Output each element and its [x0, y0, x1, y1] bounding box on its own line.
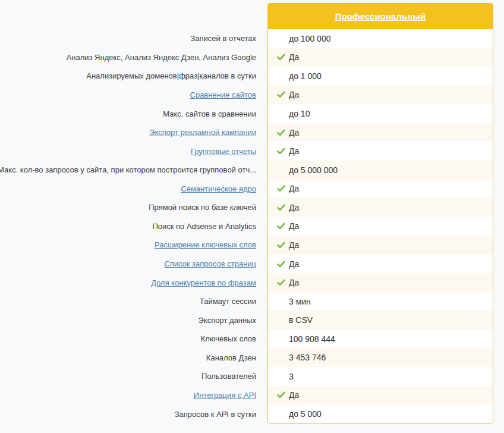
feature-link[interactable]: Список запросов страниц [164, 259, 256, 268]
checkmark-icon [277, 185, 289, 192]
feature-label-row: Пользователей [0, 367, 256, 386]
checkmark-icon [277, 279, 289, 286]
feature-link[interactable]: Доля конкурентов по фразам [151, 278, 256, 287]
plan-value-row: до 10 [268, 104, 493, 123]
plan-value: Да [289, 146, 299, 156]
plan-value-row: в CSV [268, 310, 493, 330]
plan-value-row: Да [268, 255, 493, 274]
checkmark-icon [277, 391, 289, 399]
feature-label: Таймаут сессии [200, 297, 256, 306]
plan-value-row: Да [268, 48, 493, 67]
plan-value: 3 мин [289, 297, 311, 306]
plan-value: Да [289, 259, 299, 269]
feature-label-row: Семантическое ядро [0, 180, 256, 199]
plan-value: Да [289, 221, 299, 231]
plan-value: 3 [289, 372, 294, 381]
feature-label: Экспорт данных [199, 316, 256, 325]
plan-value-row: Да [268, 217, 493, 236]
feature-label-row: Расширение ключевых слов [0, 236, 256, 255]
feature-label-row: Экспорт рекламной кампании [0, 123, 256, 142]
feature-labels-column: Записей в отчетахАнализ Яндекс, Анализ Я… [0, 29, 256, 423]
plan-value-row: Да [268, 273, 493, 292]
checkmark-icon [277, 204, 289, 211]
plan-value: Да [289, 128, 299, 137]
plan-value-row: Да [268, 86, 493, 105]
plan-title-link[interactable]: Профессиональный [335, 11, 426, 21]
feature-label: Анализируемых доменов|фраз|каналов в сут… [86, 71, 256, 80]
feature-link[interactable]: Групповые отчеты [191, 147, 256, 156]
plan-value-row: Да [268, 123, 493, 142]
feature-link[interactable]: Экспорт рекламной кампании [149, 128, 256, 137]
feature-label-row: Анализируемых доменов|фраз|каналов в сут… [0, 67, 256, 86]
feature-label-row: Групповые отчеты [0, 142, 256, 161]
feature-label: Записей в отчетах [190, 34, 256, 43]
plan-value: до 1 000 [289, 71, 322, 81]
plan-value: до 5 000 000 [289, 165, 338, 175]
checkmark-icon [277, 54, 289, 61]
plan-value-row: 3 [268, 367, 493, 386]
plan-value-row: до 5 000 000 [268, 161, 493, 180]
plan-value: Да [289, 203, 299, 212]
checkmark-icon [277, 222, 289, 230]
plan-value: Да [289, 278, 299, 287]
plan-value-row: 3 мин [268, 292, 493, 311]
plan-value-row: до 1 000 [268, 67, 493, 86]
plan-value-row: Да [268, 142, 493, 161]
plan-value: Да [289, 240, 299, 250]
plan-value-row: Да [268, 236, 493, 255]
plan-values-column: до 100 000Дадо 1 000Дадо 10ДаДадо 5 000 … [268, 29, 493, 423]
feature-label-row: Запросов к API в сутки [0, 404, 256, 423]
feature-label: Ключевых слов [201, 334, 256, 343]
feature-label: Каналов Дзен [206, 353, 256, 362]
plan-value: до 100 000 [289, 34, 330, 43]
feature-link[interactable]: Расширение ключевых слов [155, 240, 256, 249]
feature-label-row: Список запросов страниц [0, 255, 256, 274]
feature-label-row: Поиск по Adsense и Analytics [0, 217, 256, 236]
plan-value: Да [289, 90, 299, 99]
feature-label: Поиск по Adsense и Analytics [152, 222, 256, 231]
feature-label: Макс. сайтов в сравнении [163, 109, 256, 118]
feature-label-row: Каналов Дзен [0, 349, 256, 368]
plan-value-row: до 100 000 [268, 29, 493, 48]
feature-label-row: Экспорт данных [0, 310, 256, 330]
plan-value-row: 3 453 746 [268, 349, 493, 368]
plan-value-row: Да [268, 198, 493, 217]
plan-value: до 5 000 [289, 409, 322, 419]
feature-label-row: Анализ Яндекс, Анализ Яндекс Дзен, Анали… [0, 48, 256, 67]
feature-label: Макс. кол-во запросов у сайта, при котор… [0, 165, 256, 174]
plan-value: Да [289, 184, 299, 193]
plan-value-row: до 5 000 [268, 404, 493, 423]
feature-label-row: Доля конкурентов по фразам [0, 273, 256, 292]
plan-value: в CSV [289, 315, 313, 325]
feature-label: Запросов к API в сутки [175, 410, 256, 419]
feature-link[interactable]: Сравнение сайтов [190, 90, 256, 99]
plan-card: Профессиональный до 100 000Дадо 1 000Дад… [267, 3, 493, 423]
plan-value: 100 908 444 [289, 334, 335, 344]
feature-label: Пользователей [201, 372, 256, 381]
plan-value-row: Да [268, 386, 493, 405]
checkmark-icon [277, 261, 289, 268]
feature-label: Анализ Яндекс, Анализ Яндекс Дзен, Анали… [67, 53, 256, 62]
plan-header: Профессиональный [268, 4, 493, 29]
plan-value: Да [289, 52, 299, 62]
feature-label-row: Сравнение сайтов [0, 86, 256, 105]
feature-label-row: Таймаут сессии [0, 292, 256, 311]
plan-value-row: Да [268, 180, 493, 199]
feature-label-row: Макс. кол-во запросов у сайта, при котор… [0, 161, 256, 180]
plan-value: 3 453 746 [289, 353, 326, 362]
checkmark-icon [277, 241, 289, 249]
feature-label-row: Прямой поиск по базе ключей [0, 198, 256, 217]
feature-label: Прямой поиск по базе ключей [149, 203, 256, 212]
feature-label-row: Записей в отчетах [0, 29, 256, 48]
feature-link[interactable]: Интеграция с API [194, 391, 256, 400]
checkmark-icon [277, 129, 289, 136]
plan-value: Да [289, 390, 299, 400]
feature-label-row: Макс. сайтов в сравнении [0, 104, 256, 123]
checkmark-icon [277, 148, 289, 155]
plan-value: до 10 [289, 109, 310, 118]
plan-value-row: 100 908 444 [268, 330, 493, 349]
feature-link[interactable]: Семантическое ядро [181, 184, 256, 193]
checkmark-icon [277, 91, 289, 98]
feature-label-row: Ключевых слов [0, 330, 256, 349]
feature-label-row: Интеграция с API [0, 386, 256, 405]
